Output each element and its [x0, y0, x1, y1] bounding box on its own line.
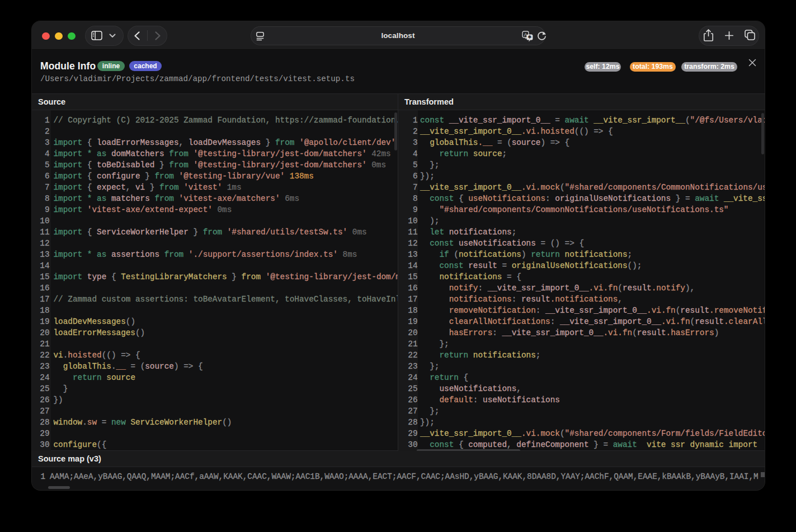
svg-text:✱: ✱: [527, 34, 531, 40]
